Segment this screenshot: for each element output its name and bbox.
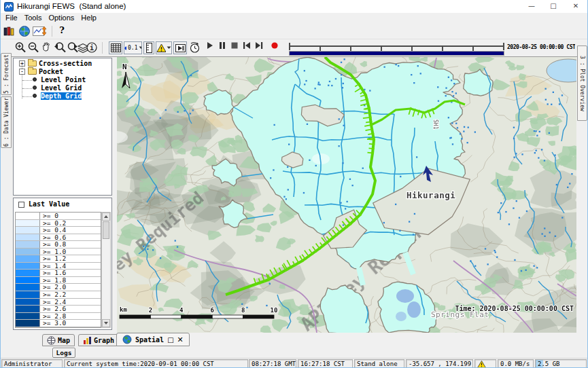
animation-button[interactable] — [173, 41, 187, 54]
legend-label: >= 2.4 — [40, 299, 66, 306]
filter-tree-panel: + Cross-section - Pocket Level Point Lev… — [13, 58, 112, 196]
warning-dropdown[interactable] — [156, 41, 172, 54]
timeline-range-bar[interactable] — [289, 51, 504, 56]
legend-label: >= 0 — [40, 213, 58, 219]
bottom-tab-bar: Map Graph Spatial □ ✕ — [0, 333, 588, 346]
legend-label: >= 1.2 — [40, 255, 66, 262]
legend-swatch — [16, 320, 40, 327]
status-mode: Stand alone — [354, 359, 404, 368]
help-button[interactable]: ? — [57, 25, 67, 35]
map-viewport[interactable]: API Key Required API Key Required SH1 Hi… — [117, 57, 576, 333]
timestep-button[interactable] — [188, 41, 201, 54]
close-button[interactable]: ✕ — [566, 0, 585, 12]
status-download-rate: 0.0 MB/s — [498, 359, 534, 368]
pause-button[interactable] — [218, 41, 226, 50]
main-toolbar: ? — [0, 24, 588, 39]
pane-restore-button[interactable]: □ — [167, 336, 173, 344]
zoom-previous-button[interactable] — [53, 41, 67, 54]
tree-item-level-point[interactable]: Level Point — [14, 76, 111, 84]
menu-item-options[interactable]: Options — [45, 13, 77, 24]
leaf-node-icon — [33, 86, 37, 90]
grid-display-button[interactable] — [109, 41, 122, 54]
info-button[interactable]: i — [86, 41, 99, 54]
zoom-in-button[interactable] — [14, 41, 27, 54]
hand-icon — [39, 41, 52, 54]
north-label: N — [122, 62, 127, 71]
timeline-tick — [319, 45, 321, 51]
scroll-up-button[interactable] — [102, 213, 110, 221]
legend-swatch — [16, 306, 40, 312]
lake — [547, 59, 576, 82]
record-button[interactable] — [271, 41, 279, 50]
stop-icon — [230, 41, 239, 50]
last-value-checkbox[interactable] — [18, 202, 24, 208]
menu-item-help[interactable]: Help — [77, 13, 100, 24]
timeseries-dialog-button[interactable] — [33, 25, 47, 37]
pause-icon — [218, 41, 226, 50]
explorer-button[interactable] — [3, 25, 15, 37]
legend-row: >= 0 — [16, 213, 101, 220]
sidebar-tab-data-viewer[interactable]: 6 : Data Viewer — [1, 96, 12, 148]
tree-connector — [22, 80, 32, 81]
map-display-button[interactable] — [18, 25, 31, 37]
logs-button[interactable]: Logs — [52, 348, 75, 358]
legend-scrollbar[interactable] — [101, 212, 111, 328]
first-timestep-button[interactable] — [242, 41, 252, 50]
legend-swatch — [16, 241, 40, 248]
last-timestep-button[interactable] — [254, 41, 264, 50]
stop-button[interactable] — [230, 41, 239, 50]
scale-tick-label: 2 — [149, 307, 152, 314]
minimize-button[interactable]: — — [522, 0, 541, 12]
legend-swatch — [16, 327, 40, 328]
status-gmt-time: 08:27:18 GMT — [249, 359, 296, 368]
legend-swatch — [16, 227, 40, 234]
tree-item-pocket[interactable]: - Pocket — [14, 68, 111, 76]
zoom-out-button[interactable] — [27, 41, 40, 54]
tab-spatial-label: Spatial — [135, 336, 164, 344]
tree-item-level-grid[interactable]: Level Grid — [14, 84, 111, 92]
scrollbar-thumb[interactable] — [103, 221, 109, 239]
legend-label: >= 0.6 — [40, 234, 66, 241]
map-globe-icon — [47, 336, 56, 345]
tab-spatial[interactable]: Spatial □ ✕ — [116, 333, 190, 346]
folder-icon — [28, 60, 37, 67]
timeline-date: 2020-08-25 00:00:00 CST — [507, 44, 575, 50]
maximize-button[interactable]: □ — [544, 0, 563, 12]
spatial-globe-icon — [122, 335, 132, 344]
tree-item-depth-grid[interactable]: Depth Grid — [14, 92, 111, 100]
scale-bar-button[interactable] — [143, 41, 154, 54]
legend-label: >= 1.6 — [40, 270, 66, 276]
legend-swatch — [16, 220, 40, 227]
chevron-down-icon — [167, 46, 171, 50]
threshold-dropdown[interactable]: 0.1 — [124, 41, 142, 54]
tab-map[interactable]: Map — [42, 334, 75, 346]
collapse-icon[interactable]: - — [19, 69, 25, 75]
timeline-slider[interactable] — [289, 42, 504, 56]
scroll-down-button[interactable] — [102, 319, 110, 327]
sidebar-tab-forecast[interactable]: 5 : Forecast — [1, 53, 12, 95]
legend-swatch — [16, 213, 40, 219]
menu-item-file[interactable]: File — [2, 13, 21, 24]
legend-row: >= 2.2 — [16, 291, 101, 299]
expand-icon[interactable]: + — [19, 60, 25, 67]
clock-icon — [188, 41, 201, 54]
tab-graph[interactable]: Graph — [78, 334, 119, 346]
books-icon — [3, 25, 15, 37]
town-label: Hikurangi — [407, 190, 455, 200]
ruler-icon — [146, 43, 152, 53]
timeline-tick — [350, 45, 351, 51]
app-logo-icon — [4, 2, 14, 12]
legend-swatch — [16, 284, 40, 291]
scale-bar: km 246810 — [120, 306, 277, 318]
pan-button[interactable] — [39, 41, 52, 54]
scale-unit: km — [120, 306, 127, 313]
menu-item-tools[interactable]: Tools — [21, 13, 46, 24]
pane-close-button[interactable]: ✕ — [177, 335, 184, 344]
play-button[interactable] — [206, 41, 214, 50]
sidebar-tab-plot-overview[interactable]: 3 : Plot Overview — [577, 45, 587, 121]
skip-start-icon — [242, 41, 252, 50]
legend-row: >= 3.2 — [16, 327, 101, 328]
triangle-up-icon — [104, 215, 108, 218]
menu-bar: FileToolsOptionsHelp — [0, 13, 588, 24]
window-title: Hikurangi FEWS (Stand alone) — [17, 2, 126, 10]
